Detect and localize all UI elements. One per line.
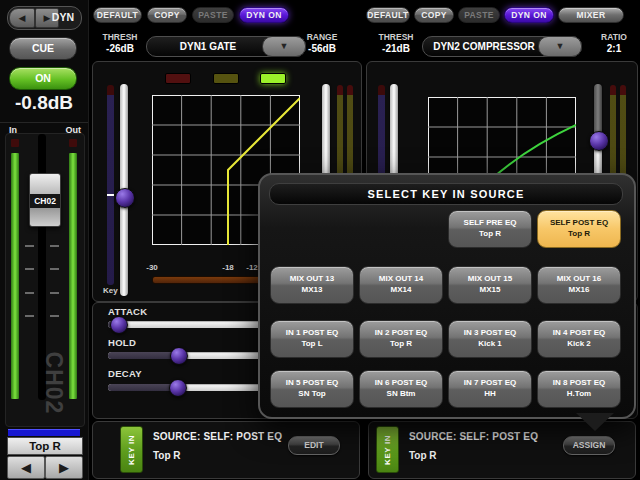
dyn1-type-dropdown[interactable]: DYN1 GATE ▼ xyxy=(146,36,306,57)
channel-watermark: CH02 xyxy=(43,348,67,418)
dyn2-keyin-name: Top R xyxy=(409,450,437,461)
popup-pointer-icon xyxy=(576,413,614,431)
dyn1-paste-button[interactable]: PASTE xyxy=(192,7,234,23)
left-arrow-icon: ◀ xyxy=(21,460,31,475)
keyin-source-button-in3[interactable]: IN 3 POST EQ Kick 1 xyxy=(448,320,532,358)
dyn2-thresh-label: THRESH xyxy=(370,32,422,42)
keyin-source-button-in2[interactable]: IN 2 POST EQ Top R xyxy=(359,320,443,358)
cue-button[interactable]: CUE xyxy=(9,37,77,60)
dyn1-range-value: -56dB xyxy=(296,43,348,54)
dyn1-key-caption: Key xyxy=(103,286,118,295)
channel-prev-button[interactable]: ◀ xyxy=(7,456,45,479)
dyn1-axis-tick: -30 xyxy=(141,263,163,272)
dyn2-default-button[interactable]: DEFAULT xyxy=(366,7,410,23)
chevron-down-icon[interactable]: ▼ xyxy=(538,36,582,57)
popup-title: SELECT KEY IN SOURCE xyxy=(269,183,623,205)
dyn2-type-value: DYN2 COMPRESSOR xyxy=(431,37,537,56)
decay-label: DECAY xyxy=(108,368,142,379)
fader-cap-label: CH02 xyxy=(30,194,60,208)
keyin-source-button-mixout16[interactable]: MIX OUT 16 MX16 xyxy=(537,266,621,304)
dyn2-keyin-source: SOURCE: SELF: POST EQ xyxy=(409,431,538,442)
dyn2-keyin-assign-button[interactable]: ASSIGN xyxy=(563,436,615,455)
hold-knob[interactable] xyxy=(170,347,188,365)
dyn1-keyin-edit-button[interactable]: EDIT xyxy=(288,436,340,455)
dyn1-key-meter xyxy=(107,85,114,285)
dyn1-axis-tick: -18 xyxy=(217,263,239,272)
mixer-button[interactable]: MIXER xyxy=(558,7,624,23)
dyn1-type-value: DYN1 GATE xyxy=(155,37,261,56)
view-nav: ◀ ▶ DYN xyxy=(7,6,82,30)
attack-label: ATTACK xyxy=(108,306,147,317)
dyn2-ratio-label: RATIO xyxy=(588,32,640,42)
channel-name-label: Top R xyxy=(7,437,83,455)
keyin-source-button-in4[interactable]: IN 4 POST EQ Kick 2 xyxy=(537,320,621,358)
dyn1-keyin-source: SOURCE: SELF: POST EQ xyxy=(153,431,282,442)
dyn2-on-button[interactable]: DYN ON xyxy=(504,7,554,23)
dyn1-thresh-label: THRESH xyxy=(94,32,146,42)
dyn1-thresh-value: -26dB xyxy=(94,43,146,54)
attack-knob[interactable] xyxy=(110,316,128,334)
dyn2-ratio-value: 2:1 xyxy=(588,43,640,54)
dyn1-default-button[interactable]: DEFAULT xyxy=(93,7,142,23)
dyn2-keyin-tab: KEY IN xyxy=(376,426,399,473)
dyn2-type-dropdown[interactable]: DYN2 COMPRESSOR ▼ xyxy=(422,36,582,57)
dyn2-thresh-value: -21dB xyxy=(370,43,422,54)
dyn2-paste-button[interactable]: PASTE xyxy=(458,7,500,23)
keyin-source-button-mixout15[interactable]: MIX OUT 15 MX15 xyxy=(448,266,532,304)
right-arrow-icon: ▶ xyxy=(44,13,51,23)
dyn1-copy-button[interactable]: COPY xyxy=(147,7,187,23)
keyin-source-button-in5[interactable]: IN 5 POST EQ SN Top xyxy=(270,370,354,408)
fader-level-readout: -0.8dB xyxy=(0,92,88,114)
keyin-source-button-in8[interactable]: IN 8 POST EQ H.Tom xyxy=(537,370,621,408)
channel-fader-handle[interactable]: CH02 xyxy=(29,173,61,227)
keyin-source-button-mixout13[interactable]: MIX OUT 13 MX13 xyxy=(270,266,354,304)
channel-color-bar xyxy=(8,429,80,436)
decay-knob[interactable] xyxy=(169,379,187,397)
dyn1-thresh-knob[interactable] xyxy=(115,188,135,208)
in-level-meter xyxy=(11,153,19,399)
right-arrow-icon: ▶ xyxy=(59,460,69,475)
channel-strip-sidebar: ◀ ▶ DYN CUE ON -0.8dB In Out CH02 CH02 T… xyxy=(0,0,89,480)
keyin-source-button-in1[interactable]: IN 1 POST EQ Top L xyxy=(270,320,354,358)
keyin-source-button-self-pre-eq[interactable]: SELF PRE EQ Top R xyxy=(448,210,532,248)
dyn1-keyin-name: Top R xyxy=(153,450,181,461)
select-keyin-source-popup: SELECT KEY IN SOURCE SELF PRE EQ Top R S… xyxy=(258,173,636,419)
channel-next-button[interactable]: ▶ xyxy=(45,456,83,479)
in-clip-led xyxy=(11,139,19,147)
view-prev-button[interactable]: ◀ xyxy=(9,8,35,28)
gate-closed-led xyxy=(165,73,191,84)
dyn1-range-label: RANGE xyxy=(296,32,348,42)
dyn1-key-thresh-tick xyxy=(107,194,114,196)
dyn1-on-button[interactable]: DYN ON xyxy=(239,7,289,23)
dynamics-screen: ◀ ▶ DYN CUE ON -0.8dB In Out CH02 CH02 T… xyxy=(0,0,640,480)
dyn2-ratio-knob[interactable] xyxy=(589,131,609,151)
gate-hold-led xyxy=(213,73,239,84)
view-label: DYN xyxy=(52,11,74,23)
left-arrow-icon: ◀ xyxy=(19,13,26,23)
keyin-source-button-self-post-eq[interactable]: SELF POST EQ Top R xyxy=(537,210,621,248)
channel-on-button[interactable]: ON xyxy=(9,67,77,90)
keyin-source-button-in7[interactable]: IN 7 POST EQ HH xyxy=(448,370,532,408)
dyn1-keyin-tab: KEY IN xyxy=(120,426,143,473)
dyn2-copy-button[interactable]: COPY xyxy=(414,7,454,23)
out-clip-led xyxy=(69,139,77,147)
keyin-source-button-in6[interactable]: IN 6 POST EQ SN Btm xyxy=(359,370,443,408)
hold-label: HOLD xyxy=(108,337,136,348)
keyin-source-button-mixout14[interactable]: MIX OUT 14 MX14 xyxy=(359,266,443,304)
out-level-meter xyxy=(69,153,77,399)
gate-open-led xyxy=(260,73,286,84)
